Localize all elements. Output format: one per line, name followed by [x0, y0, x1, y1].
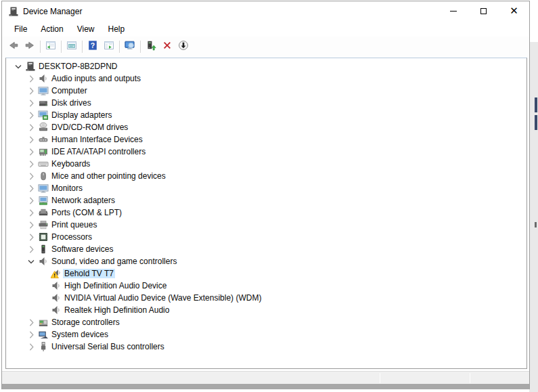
chevron-collapsed-icon[interactable]	[26, 122, 37, 133]
tree-node-label[interactable]: Disk drives	[51, 98, 91, 108]
chevron-collapsed-icon[interactable]	[26, 341, 37, 352]
tree-node-label[interactable]: Sound, video and game controllers	[51, 257, 177, 266]
update-driver-button[interactable]	[143, 39, 159, 55]
monitor-icon	[38, 85, 49, 96]
back-button[interactable]	[5, 39, 22, 55]
menu-action[interactable]: Action	[34, 22, 70, 36]
chevron-collapsed-icon[interactable]	[26, 329, 37, 340]
tree-row[interactable]: DESKTOP-8B2DPND	[6, 60, 526, 72]
chevron-collapsed-icon[interactable]	[26, 97, 37, 108]
chevron-collapsed-icon[interactable]	[26, 146, 37, 157]
help-button[interactable]: ?	[85, 39, 101, 55]
tree-node-label[interactable]: Ports (COM & LPT)	[51, 208, 122, 217]
chevron-collapsed-icon[interactable]	[26, 232, 37, 242]
menu-help[interactable]: Help	[102, 22, 132, 36]
speaker-icon	[51, 280, 62, 291]
tree-row[interactable]: Human Interface Devices	[6, 133, 526, 146]
properties-button[interactable]	[64, 39, 80, 55]
tree-node-label[interactable]: Processors	[51, 232, 92, 242]
chevron-collapsed-icon[interactable]	[26, 85, 37, 96]
scan-hardware-button[interactable]	[122, 39, 138, 55]
tree-row[interactable]: System devices	[6, 328, 526, 341]
console-tree-button[interactable]	[43, 39, 59, 55]
tree-row[interactable]: Mice and other pointing devices	[6, 170, 526, 182]
tree-row[interactable]: Keyboards	[6, 158, 526, 170]
device-tree-panel[interactable]: DESKTOP-8B2DPNDAudio inputs and outputsC…	[5, 58, 527, 369]
svg-text:?: ?	[91, 41, 95, 49]
tree-node-label[interactable]: Mice and other pointing devices	[51, 171, 166, 181]
chevron-collapsed-icon[interactable]	[26, 207, 37, 218]
tree-row[interactable]: IDE ATA/ATAPI controllers	[6, 146, 526, 158]
tree-node-label[interactable]: DESKTOP-8B2DPND	[39, 62, 117, 71]
chevron-collapsed-icon[interactable]	[26, 195, 37, 206]
computer-icon	[25, 61, 36, 72]
window-bottom-frame[interactable]	[2, 384, 529, 389]
tree-node-label[interactable]: Human Interface Devices	[51, 135, 143, 144]
tree-row[interactable]: DVD/CD-ROM drives	[6, 121, 526, 133]
chevron-expanded-icon[interactable]	[26, 256, 37, 267]
tree-row[interactable]: Computer	[6, 85, 526, 97]
action-list-button[interactable]	[101, 39, 117, 55]
tree-row[interactable]: Universal Serial Bus controllers	[6, 341, 526, 353]
tree-node-label[interactable]: High Definition Audio Device	[64, 281, 166, 290]
tree-node-label[interactable]: Behold TV T7	[63, 269, 115, 278]
tree-row[interactable]: Behold TV T7	[6, 267, 526, 280]
chevron-collapsed-icon[interactable]	[26, 317, 37, 328]
chevron-collapsed-icon[interactable]	[26, 134, 37, 145]
chevron-collapsed-icon[interactable]	[26, 73, 37, 84]
tree-node-label[interactable]: Print queues	[51, 220, 97, 230]
tree-row[interactable]: Print queues	[6, 219, 526, 231]
tree-node-label[interactable]: System devices	[51, 330, 108, 339]
tree-node-label[interactable]: Software devices	[51, 244, 113, 254]
tree-row[interactable]: Storage controllers	[6, 316, 526, 328]
tree-row[interactable]: Disk drives	[6, 97, 526, 109]
tree-node-label[interactable]: Realtek High Definition Audio	[64, 305, 169, 315]
tree-node-label[interactable]: Audio inputs and outputs	[51, 74, 141, 83]
tree-row[interactable]: Sound, video and game controllers	[6, 255, 526, 267]
minimize-button[interactable]	[438, 1, 468, 21]
ports-icon	[38, 207, 49, 218]
tree-node-label[interactable]: Monitors	[51, 183, 83, 193]
tree-node-label[interactable]: IDE ATA/ATAPI controllers	[51, 147, 145, 156]
menu-file[interactable]: File	[7, 22, 34, 36]
chevron-collapsed-icon[interactable]	[26, 110, 37, 121]
disable-device-button[interactable]	[175, 39, 192, 55]
maximize-button[interactable]	[468, 1, 499, 21]
storage-controller-icon	[38, 317, 49, 328]
tree-row[interactable]: High Definition Audio Device	[6, 280, 526, 292]
tree-row[interactable]: Processors	[6, 231, 526, 243]
chevron-collapsed-icon[interactable]	[26, 171, 37, 181]
toolbar-separator	[119, 41, 120, 53]
tree-node-label[interactable]: Storage controllers	[51, 318, 120, 327]
tree-node-label[interactable]: Keyboards	[51, 159, 90, 169]
printer-icon	[38, 219, 49, 230]
properties-icon	[66, 40, 77, 53]
uninstall-device-button[interactable]	[159, 39, 175, 55]
tree-node-label[interactable]: Computer	[51, 86, 87, 95]
tree-row[interactable]: Ports (COM & LPT)	[6, 206, 526, 219]
chevron-expanded-icon[interactable]	[13, 61, 24, 72]
tree-node-label[interactable]: Universal Serial Bus controllers	[51, 342, 164, 351]
tree-node-label[interactable]: Display adapters	[51, 110, 112, 120]
chevron-collapsed-icon[interactable]	[26, 183, 37, 194]
tree-row[interactable]: Audio inputs and outputs	[6, 72, 526, 85]
menu-view[interactable]: View	[70, 22, 102, 36]
menu-bar: FileActionViewHelp	[2, 21, 529, 37]
close-button[interactable]: ✕	[499, 1, 529, 21]
tree-row[interactable]: Realtek High Definition Audio	[6, 304, 526, 316]
tree-node-label[interactable]: NVIDIA Virtual Audio Device (Wave Extens…	[64, 293, 261, 303]
device-manager-window: Device Manager ✕ FileActionViewHelp ? DE…	[1, 1, 530, 389]
chevron-collapsed-icon[interactable]	[26, 244, 37, 255]
chevron-collapsed-icon[interactable]	[26, 219, 37, 230]
chevron-collapsed-icon[interactable]	[26, 158, 37, 169]
tree-node-label[interactable]: Network adapters	[51, 196, 115, 205]
tree-row[interactable]: Display adapters	[6, 109, 526, 121]
console-tree-icon	[45, 40, 56, 53]
tree-node-label[interactable]: DVD/CD-ROM drives	[51, 123, 128, 132]
tree-row[interactable]: Monitors	[6, 182, 526, 194]
title-bar[interactable]: Device Manager ✕	[2, 1, 529, 21]
forward-button[interactable]	[22, 39, 38, 55]
tree-row[interactable]: NVIDIA Virtual Audio Device (Wave Extens…	[6, 292, 526, 304]
tree-row[interactable]: Network adapters	[6, 194, 526, 206]
tree-row[interactable]: Software devices	[6, 243, 526, 255]
